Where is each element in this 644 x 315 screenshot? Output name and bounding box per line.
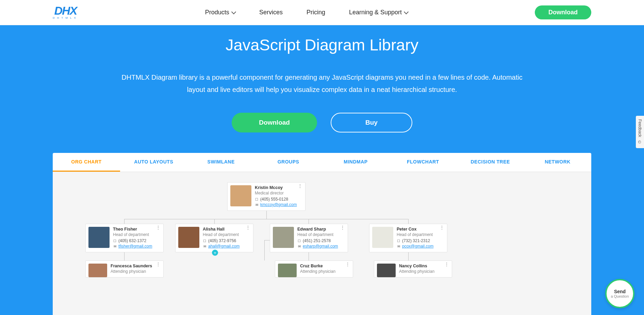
connector bbox=[408, 252, 409, 261]
person-title: Head of department bbox=[297, 232, 345, 237]
email-link[interactable]: pcox@gmail.com bbox=[402, 244, 433, 249]
tab-decision-tree[interactable]: DECISION TREE bbox=[457, 153, 524, 172]
tab-auto-layouts[interactable]: AUTO LAYOUTS bbox=[120, 153, 187, 172]
chat-question-label: a Question bbox=[611, 294, 629, 298]
avatar bbox=[372, 227, 393, 248]
org-card[interactable]: Cruz Burke Attending physician ⋮ bbox=[275, 261, 353, 278]
phone-icon: ☐ bbox=[397, 239, 400, 243]
card-info: Edward Sharp Head of department ☐(451) 2… bbox=[297, 227, 345, 249]
chevron-down-icon bbox=[404, 9, 409, 14]
person-title: Attending physician bbox=[300, 269, 350, 274]
tab-flowchart[interactable]: FLOWCHART bbox=[389, 153, 457, 172]
more-icon[interactable]: ⋮ bbox=[156, 264, 161, 266]
phone-number: (405) 372-9756 bbox=[208, 238, 236, 243]
tab-mindmap[interactable]: MINDMAP bbox=[322, 153, 390, 172]
hero-description: DHTMLX Diagram library is a powerful com… bbox=[118, 71, 526, 96]
avatar bbox=[230, 185, 251, 206]
person-name: Nancy Collins bbox=[399, 264, 449, 268]
feedback-tab[interactable]: Feedback ☺ bbox=[636, 116, 644, 148]
card-info: Francesca Saunders Attending physician bbox=[111, 264, 161, 274]
org-card-root[interactable]: Kristin Mccoy Medical director ☐(405) 55… bbox=[227, 182, 306, 211]
org-card[interactable]: Theo Fisher Head of department ☐(405) 63… bbox=[85, 224, 164, 252]
more-icon[interactable]: ⋮ bbox=[444, 264, 449, 266]
demo-section: ORG CHART AUTO LAYOUTS SWIMLANE GROUPS M… bbox=[0, 153, 644, 315]
logo[interactable]: DHX DHTMLX bbox=[53, 5, 78, 20]
more-icon[interactable]: ⋮ bbox=[440, 227, 444, 229]
feedback-label: Feedback bbox=[638, 119, 642, 137]
nav-learning[interactable]: Learning & Support bbox=[349, 9, 408, 16]
org-card[interactable]: Alisha Hall Head of department ☐(405) 37… bbox=[175, 224, 253, 252]
diagram-canvas[interactable]: Kristin Mccoy Medical director ☐(405) 55… bbox=[53, 172, 591, 315]
email-icon: ✉ bbox=[397, 245, 400, 248]
phone-icon: ☐ bbox=[113, 239, 117, 243]
smiley-icon: ☺ bbox=[637, 139, 643, 145]
more-icon[interactable]: ⋮ bbox=[345, 264, 350, 266]
avatar bbox=[377, 264, 396, 277]
phone-number: (405) 555-0128 bbox=[260, 197, 288, 202]
chat-send-label: Send bbox=[614, 289, 626, 294]
org-card[interactable]: Francesca Saunders Attending physician ⋮ bbox=[85, 261, 164, 278]
avatar bbox=[88, 264, 107, 277]
more-icon[interactable]: ⋮ bbox=[298, 185, 302, 187]
tab-groups[interactable]: GROUPS bbox=[255, 153, 322, 172]
expand-icon[interactable]: + bbox=[212, 250, 218, 256]
card-info: Alisha Hall Head of department ☐(405) 37… bbox=[203, 227, 250, 249]
email-link[interactable]: ahall@gmail.com bbox=[208, 244, 240, 249]
connector bbox=[264, 240, 265, 261]
org-card[interactable]: Edward Sharp Head of department ☐(451) 2… bbox=[270, 224, 348, 252]
tab-org-chart[interactable]: ORG CHART bbox=[53, 153, 120, 172]
email-link[interactable]: tfisher@gmail.com bbox=[118, 244, 152, 249]
connector bbox=[408, 219, 409, 224]
person-name: Peter Cox bbox=[397, 227, 444, 232]
person-name: Edward Sharp bbox=[297, 227, 345, 232]
page-title: JavaScript Diagram Library bbox=[7, 35, 637, 54]
connector bbox=[214, 219, 215, 224]
person-title: Medical director bbox=[255, 191, 302, 195]
download-button-header[interactable]: Download bbox=[535, 5, 591, 19]
more-icon[interactable]: ⋮ bbox=[246, 227, 250, 229]
chat-bubble[interactable]: Send a Question bbox=[605, 279, 634, 308]
card-info: Kristin Mccoy Medical director ☐(405) 55… bbox=[255, 185, 302, 208]
email-link[interactable]: kmccoy@gmail.com bbox=[260, 202, 297, 207]
download-button[interactable]: Download bbox=[232, 113, 317, 132]
email-icon: ✉ bbox=[113, 245, 117, 248]
phone-icon: ☐ bbox=[297, 239, 301, 243]
connector bbox=[309, 252, 309, 261]
person-title: Attending physician bbox=[111, 269, 161, 274]
email-link[interactable]: esharp@gmail.com bbox=[303, 244, 338, 249]
connector bbox=[266, 210, 267, 219]
connector bbox=[124, 252, 125, 261]
site-header: DHX DHTMLX Products Services Pricing Lea… bbox=[0, 0, 644, 25]
nav-services[interactable]: Services bbox=[259, 9, 283, 16]
logo-subtext: DHTMLX bbox=[53, 16, 78, 19]
chevron-down-icon bbox=[231, 9, 236, 14]
person-name: Alisha Hall bbox=[203, 227, 250, 232]
connector bbox=[124, 219, 408, 219]
email-icon: ✉ bbox=[203, 245, 207, 248]
nav-pricing[interactable]: Pricing bbox=[307, 9, 325, 16]
phone-icon: ☐ bbox=[255, 198, 259, 201]
more-icon[interactable]: ⋮ bbox=[340, 227, 345, 229]
tab-network[interactable]: NETWORK bbox=[524, 153, 591, 172]
tab-swimlane[interactable]: SWIMLANE bbox=[187, 153, 255, 172]
connector bbox=[309, 219, 309, 224]
person-name: Francesca Saunders bbox=[111, 264, 161, 268]
org-card[interactable]: Nancy Collins Attending physician ⋮ bbox=[374, 261, 452, 278]
avatar bbox=[178, 227, 199, 248]
nav-products[interactable]: Products bbox=[205, 9, 235, 16]
phone-number: (405) 632-1372 bbox=[118, 238, 146, 243]
logo-text: DHX bbox=[54, 5, 77, 16]
org-card[interactable]: Peter Cox Head of department ☐(732) 321-… bbox=[369, 224, 447, 252]
phone-number: (451) 251-2578 bbox=[303, 238, 331, 243]
avatar bbox=[88, 227, 110, 248]
person-title: Head of department bbox=[397, 232, 444, 237]
main-nav: Products Services Pricing Learning & Sup… bbox=[205, 9, 408, 16]
buy-button[interactable]: Buy bbox=[331, 113, 412, 132]
card-info: Peter Cox Head of department ☐(732) 321-… bbox=[397, 227, 444, 249]
avatar bbox=[273, 227, 294, 248]
email-icon: ✉ bbox=[255, 203, 259, 207]
more-icon[interactable]: ⋮ bbox=[156, 227, 161, 229]
connector bbox=[124, 219, 125, 224]
person-title: Head of department bbox=[203, 232, 250, 237]
person-title: Head of department bbox=[113, 232, 161, 237]
